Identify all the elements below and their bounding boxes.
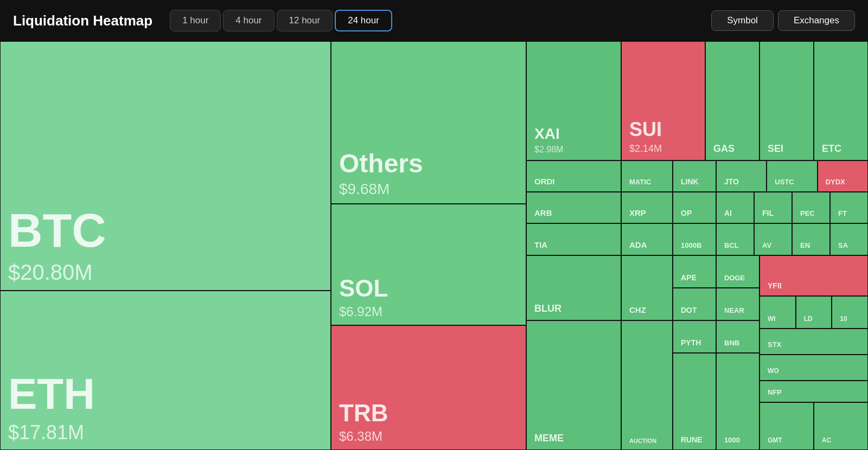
- pec-cell[interactable]: PEC: [792, 192, 830, 223]
- nfp-name: NFP: [768, 388, 860, 396]
- ft-cell[interactable]: FT: [830, 192, 868, 223]
- woo-row: WO: [760, 355, 868, 381]
- nfp-cell[interactable]: NFP: [760, 381, 868, 402]
- stx-cell[interactable]: STX: [760, 329, 868, 355]
- yfii-cell[interactable]: YFII: [760, 255, 868, 296]
- ld-cell[interactable]: LD: [796, 296, 832, 329]
- near-cell[interactable]: NEAR: [716, 288, 760, 320]
- bnb-name: BNB: [724, 339, 751, 347]
- ai-name: AI: [724, 209, 746, 217]
- trb-cell[interactable]: TRB $6.38M: [331, 325, 526, 450]
- sui-cell[interactable]: SUI $2.14M: [621, 41, 705, 160]
- xrp-cell[interactable]: XRP: [621, 192, 673, 223]
- op-cell[interactable]: OP: [673, 192, 716, 223]
- bnb-cell[interactable]: BNB: [716, 320, 760, 353]
- stx-name: STX: [768, 340, 860, 349]
- row-bot: BCL AV EN SA: [716, 223, 868, 255]
- r3-sub: LINK OP 1000B: [673, 160, 716, 255]
- ten-name: 10: [840, 315, 860, 323]
- matic-cell[interactable]: MATIC: [621, 160, 673, 192]
- chz-name: CHZ: [629, 305, 665, 314]
- others-name: Others: [339, 149, 518, 178]
- tab-12hour[interactable]: 12 hour: [277, 10, 333, 31]
- gmt-cell[interactable]: GMT: [760, 402, 814, 450]
- ac-cell[interactable]: AC: [814, 402, 868, 450]
- woo-cell[interactable]: WO: [760, 355, 868, 381]
- xai-cell[interactable]: XAI $2.98M: [526, 41, 621, 160]
- yfii-name: YFII: [768, 281, 860, 290]
- tia-name: TIA: [534, 240, 613, 249]
- row-top: JTO USTC DYDX: [716, 160, 868, 192]
- row-mid: AI FIL PEC FT: [716, 192, 868, 223]
- etc-cell[interactable]: ETC: [814, 41, 868, 160]
- ustc-cell[interactable]: USTC: [767, 160, 817, 192]
- b-col2: CHZ AUCTION: [621, 255, 673, 450]
- trb-value: $6.38M: [339, 429, 518, 444]
- eth-cell[interactable]: ETH $17.81M: [0, 291, 331, 450]
- tab-24hour[interactable]: 24 hour: [335, 10, 392, 31]
- fil-name: FIL: [762, 209, 784, 217]
- right-tabs: Symbol Exchanges: [711, 10, 855, 31]
- ordi-cell[interactable]: ORDI: [526, 160, 621, 192]
- meme-name: MEME: [534, 433, 613, 444]
- time-tabs: 1 hour 4 hour 12 hour 24 hour: [170, 10, 392, 31]
- auction-cell[interactable]: AUCTION: [621, 320, 673, 450]
- b-col5: YFII WI LD 10 STX: [760, 255, 868, 450]
- ada-cell[interactable]: ADA: [621, 223, 673, 255]
- eth-value: $17.81M: [8, 421, 323, 444]
- symbol-button[interactable]: Symbol: [711, 10, 774, 31]
- ten-cell[interactable]: 10: [832, 296, 868, 329]
- link-cell[interactable]: LINK: [673, 160, 716, 192]
- gmt-name: GMT: [768, 436, 806, 444]
- etc-name: ETC: [822, 143, 860, 155]
- sa-cell[interactable]: SA: [830, 223, 868, 255]
- fil-cell[interactable]: FIL: [754, 192, 792, 223]
- treemap: BTC $20.80M ETH $17.81M Others $9.68M SO…: [0, 41, 868, 450]
- sol-name: SOL: [339, 275, 518, 302]
- rune-name: RUNE: [681, 435, 708, 444]
- mid-rows: ORDI ARB TIA MATIC XRP ADA: [526, 160, 868, 255]
- dydx-cell[interactable]: DYDX: [818, 160, 868, 192]
- sei-cell[interactable]: SEI: [760, 41, 814, 160]
- en-cell[interactable]: EN: [792, 223, 830, 255]
- 1000b-cell[interactable]: 1000B: [673, 223, 716, 255]
- wi-cell[interactable]: WI: [760, 296, 796, 329]
- blur-name: BLUR: [534, 303, 613, 314]
- ada-name: ADA: [629, 240, 665, 249]
- btc-cell[interactable]: BTC $20.80M: [0, 41, 331, 291]
- chz-cell[interactable]: CHZ: [621, 255, 673, 320]
- dot-cell[interactable]: DOT: [673, 288, 716, 320]
- jto-cell[interactable]: JTO: [716, 160, 767, 192]
- av-cell[interactable]: AV: [754, 223, 792, 255]
- tab-4hour[interactable]: 4 hour: [223, 10, 274, 31]
- dydx-name: DYDX: [826, 178, 860, 186]
- gas-name: GAS: [713, 143, 751, 155]
- meme-cell[interactable]: MEME: [526, 320, 621, 450]
- en-name: EN: [800, 241, 822, 249]
- link-name: LINK: [681, 177, 708, 186]
- gas-cell[interactable]: GAS: [705, 41, 760, 160]
- arb-cell[interactable]: ARB: [526, 192, 621, 223]
- bcl-cell[interactable]: BCL: [716, 223, 754, 255]
- sol-value: $6.92M: [339, 304, 518, 319]
- ape-cell[interactable]: APE: [673, 255, 716, 288]
- blur-cell[interactable]: BLUR: [526, 255, 621, 320]
- 1000x-cell[interactable]: 1000: [716, 353, 760, 450]
- tab-1hour[interactable]: 1 hour: [170, 10, 221, 31]
- pyth-name: PYTH: [681, 338, 708, 347]
- woo-name: WO: [768, 367, 860, 375]
- eth-name: ETH: [8, 369, 323, 419]
- sol-cell[interactable]: SOL $6.92M: [331, 204, 526, 325]
- ai-cell[interactable]: AI: [716, 192, 754, 223]
- gmt-row: GMT AC: [760, 402, 868, 450]
- others-cell[interactable]: Others $9.68M: [331, 41, 526, 204]
- ordi-name: ORDI: [534, 177, 613, 186]
- sei-name: SEI: [768, 143, 806, 155]
- tia-cell[interactable]: TIA: [526, 223, 621, 255]
- exchanges-button[interactable]: Exchanges: [778, 10, 855, 31]
- pyth-cell[interactable]: PYTH: [673, 320, 716, 353]
- sa-name: SA: [838, 241, 860, 249]
- rune-cell[interactable]: RUNE: [673, 353, 716, 450]
- xai-name: XAI: [534, 125, 613, 143]
- doge-cell[interactable]: DOGE: [716, 255, 760, 288]
